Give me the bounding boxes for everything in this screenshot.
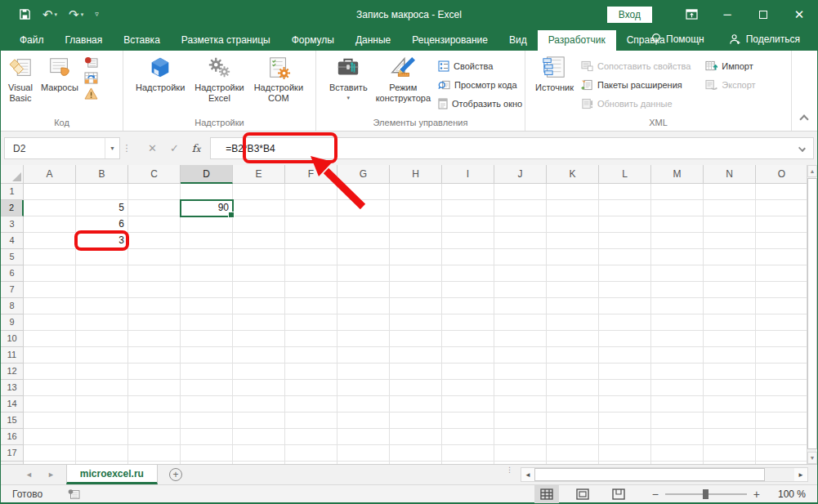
cell-O8[interactable] [756,298,808,314]
cell-D17[interactable] [181,445,233,462]
cell-J5[interactable] [494,249,547,265]
cell-K16[interactable] [547,429,599,445]
cell-N11[interactable] [704,347,756,364]
cell-G11[interactable] [337,347,390,364]
row-header-8[interactable]: 8 [1,298,24,314]
tab-scrollbar-splitter[interactable]: ⋮ [506,467,512,472]
cell-E5[interactable] [233,249,285,265]
cell-O12[interactable] [756,364,808,380]
cell-K7[interactable] [547,282,599,298]
cell-F4[interactable] [285,233,337,249]
com-addins-button[interactable]: Надстройки COM [251,53,306,106]
relative-references-icon[interactable] [84,72,98,84]
cell-O7[interactable] [756,282,808,298]
cell-E1[interactable] [233,184,285,200]
cell-J8[interactable] [494,298,547,314]
cell-N8[interactable] [704,298,756,314]
cell-F1[interactable] [285,184,337,200]
cell-J12[interactable] [494,364,547,380]
sign-in-button[interactable]: Вход [607,7,652,23]
cell-J2[interactable] [494,200,547,216]
cell-B11[interactable] [76,347,128,364]
sheet-tab-microexcel[interactable]: microexcel.ru [66,465,158,484]
cell-A5[interactable] [24,249,76,265]
cell-O9[interactable] [756,314,808,331]
row-header-11[interactable]: 11 [1,347,24,364]
cell-L2[interactable] [599,200,651,216]
cell-I11[interactable] [442,347,494,364]
cell-F17[interactable] [285,445,337,462]
cell-I9[interactable] [442,314,494,331]
cell-C4[interactable] [128,233,181,249]
cell-F6[interactable] [285,265,337,282]
cell-C16[interactable] [128,429,181,445]
cell-H12[interactable] [390,364,442,380]
cell-J7[interactable] [494,282,547,298]
row-header-15[interactable]: 15 [1,413,24,429]
cell-E4[interactable] [233,233,285,249]
next-sheet-icon[interactable]: ► [47,471,55,479]
cell-M3[interactable] [651,216,704,233]
cell-M1[interactable] [651,184,704,200]
page-break-view-button[interactable] [606,485,631,503]
cell-M6[interactable] [651,265,704,282]
tab-file[interactable]: Файл [9,30,55,51]
cell-G9[interactable] [337,314,390,331]
cell-D12[interactable] [181,364,233,380]
cell-K9[interactable] [547,314,599,331]
cell-H14[interactable] [390,396,442,413]
cell-M17[interactable] [651,445,704,462]
cancel-icon[interactable]: ✕ [148,142,157,154]
cell-G8[interactable] [337,298,390,314]
cell-N3[interactable] [704,216,756,233]
cell-O1[interactable] [756,184,808,200]
cell-M14[interactable] [651,396,704,413]
cell-H2[interactable] [390,200,442,216]
excel-addins-button[interactable]: Надстройки Excel [191,53,247,106]
scroll-down-icon[interactable]: ▼ [807,452,817,464]
cell-H8[interactable] [390,298,442,314]
horizontal-scroll-thumb[interactable] [534,468,765,481]
cell-C15[interactable] [128,413,181,429]
cell-I8[interactable] [442,298,494,314]
row-header-1[interactable]: 1 [1,184,24,200]
cell-F2[interactable] [285,200,337,216]
cell-N5[interactable] [704,249,756,265]
scroll-up-icon[interactable]: ▲ [807,165,817,177]
cell-I7[interactable] [442,282,494,298]
cell-K2[interactable] [547,200,599,216]
cell-A4[interactable] [24,233,76,249]
tab-data[interactable]: Данные [345,30,401,51]
cell-L17[interactable] [599,445,651,462]
row-header-17[interactable]: 17 [1,445,24,462]
cell-K11[interactable] [547,347,599,364]
expand-formula-bar-icon[interactable] [798,145,806,152]
cell-A6[interactable] [24,265,76,282]
cell-D2[interactable]: 90 [181,200,233,216]
cell-B13[interactable] [76,380,128,396]
cell-J10[interactable] [494,331,547,347]
cell-J4[interactable] [494,233,547,249]
cell-F10[interactable] [285,331,337,347]
row-header-10[interactable]: 10 [1,331,24,347]
cell-C9[interactable] [128,314,181,331]
cell-M8[interactable] [651,298,704,314]
cell-K10[interactable] [547,331,599,347]
name-box-dropdown-icon[interactable]: ▼ [105,138,119,158]
cell-L3[interactable] [599,216,651,233]
cell-D15[interactable] [181,413,233,429]
macros-button[interactable]: Макросы [38,53,82,96]
row-header-3[interactable]: 3 [1,216,24,233]
design-mode-button[interactable]: Режим конструктора [373,53,434,106]
record-macro-icon[interactable] [84,56,98,69]
cell-G14[interactable] [337,396,390,413]
cell-O14[interactable] [756,396,808,413]
cell-O11[interactable] [756,347,808,364]
tab-page-layout[interactable]: Разметка страницы [171,30,281,51]
show-dialog-button[interactable]: Отобразить окно [435,95,525,112]
cell-D9[interactable] [181,314,233,331]
cell-D11[interactable] [181,347,233,364]
cell-A1[interactable] [24,184,76,200]
cell-H16[interactable] [390,429,442,445]
cell-N2[interactable] [704,200,756,216]
